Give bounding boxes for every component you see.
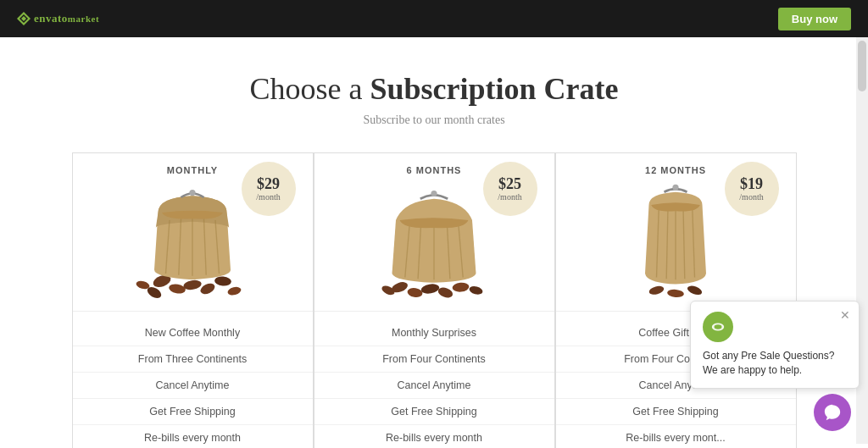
svg-point-36 <box>648 285 665 296</box>
presale-popup: ✕ Got any Pre Sale Questions? We are hap… <box>690 301 860 389</box>
plan-card-6months: 6 MONTHS $25 /month <box>314 152 555 448</box>
svg-point-37 <box>667 289 685 298</box>
page-subtitle: Subscribe to our month crates <box>17 113 851 127</box>
product-image-monthly <box>73 175 313 311</box>
logo: envatomarket <box>17 12 99 25</box>
feature-monthly-2: Cancel Anytime <box>73 373 313 399</box>
svg-point-38 <box>687 284 704 296</box>
svg-point-21 <box>452 282 470 292</box>
feature-6months-3: Get Free Shipping <box>314 399 554 425</box>
svg-point-6 <box>182 279 202 290</box>
presale-popup-header <box>703 312 847 342</box>
coffee-bag-svg-6months <box>358 180 510 307</box>
svg-point-10 <box>227 285 242 296</box>
svg-point-4 <box>168 283 186 295</box>
top-navigation: envatomarket Buy now <box>0 0 868 37</box>
page-title: Choose a Subscription Crate <box>17 71 851 107</box>
plan-card-monthly: MONTHLY $29 /month <box>72 152 314 448</box>
buy-now-button[interactable]: Buy now <box>778 8 851 30</box>
scroll-thumb[interactable] <box>858 41 866 91</box>
feature-monthly-1: From Three Continents <box>73 346 313 373</box>
svg-point-8 <box>199 281 217 296</box>
svg-point-29 <box>431 191 437 196</box>
product-image-12months <box>556 175 796 311</box>
feature-monthly-3: Get Free Shipping <box>73 399 313 425</box>
presale-text: Got any Pre Sale Questions? We are happy… <box>703 349 847 378</box>
feature-6months-1: From Four Continents <box>314 346 554 373</box>
chat-widget-button[interactable] <box>814 394 851 431</box>
svg-point-16 <box>189 190 195 196</box>
svg-point-19 <box>420 283 440 295</box>
feature-6months-2: Cancel Anytime <box>314 373 554 399</box>
feature-6months-4: Re-bills every month <box>314 425 554 448</box>
feature-12months-3: Get Free Shipping <box>556 399 796 425</box>
feature-6months-0: Monthly Surprises <box>314 320 554 346</box>
feature-12months-4: Re-bills every mont... <box>556 425 796 448</box>
features-6months: Monthly Surprises From Four Continents C… <box>314 311 554 448</box>
svg-point-18 <box>407 287 424 299</box>
feature-monthly-0: New Coffee Monthly <box>73 320 313 346</box>
svg-point-35 <box>672 185 678 191</box>
coffee-bag-svg-12months <box>599 180 752 307</box>
feature-monthly-4: Re-bills every month <box>73 425 313 448</box>
logo-text: envatomarket <box>34 12 99 25</box>
svg-point-40 <box>715 325 722 329</box>
svg-point-22 <box>469 285 484 296</box>
product-image-6months <box>314 175 554 311</box>
chat-icon <box>823 403 842 422</box>
coffee-bag-svg-monthly <box>116 180 269 307</box>
svg-point-9 <box>214 276 232 286</box>
envato-logo-icon <box>17 12 31 25</box>
features-monthly: New Coffee Monthly From Three Continents… <box>73 311 313 448</box>
presale-close-button[interactable]: ✕ <box>840 308 850 322</box>
svg-point-20 <box>437 285 454 299</box>
coffee-icon <box>710 319 726 335</box>
presale-icon <box>703 312 733 342</box>
